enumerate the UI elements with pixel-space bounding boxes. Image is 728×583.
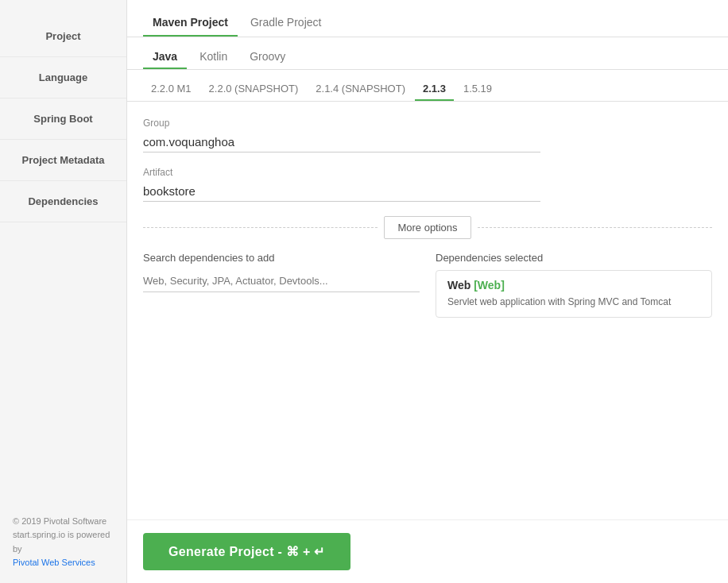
more-options-row: More options bbox=[143, 216, 712, 239]
deps-selected-column: Dependencies selected Web [Web] Servlet … bbox=[436, 252, 712, 318]
main-content: Maven Project Gradle Project Java Kotlin… bbox=[127, 0, 728, 583]
dep-card-web: Web [Web] Servlet web application with S… bbox=[436, 270, 712, 318]
tab-214snapshot[interactable]: 2.1.4 (SNAPSHOT) bbox=[308, 78, 413, 101]
tab-groovy[interactable]: Groovy bbox=[240, 45, 295, 69]
generate-bar: Generate Project - ⌘ + ↵ bbox=[127, 519, 728, 583]
language-tab-group: Java Kotlin Groovy bbox=[127, 37, 728, 70]
sidebar: Project Language Spring Boot Project Met… bbox=[0, 0, 127, 583]
deps-search-column: Search dependencies to add bbox=[143, 252, 420, 318]
sidebar-item-dependencies[interactable]: Dependencies bbox=[0, 181, 126, 222]
tab-213[interactable]: 2.1.3 bbox=[415, 78, 454, 101]
group-label: Group bbox=[143, 118, 712, 129]
generate-project-button[interactable]: Generate Project - ⌘ + ↵ bbox=[143, 533, 350, 570]
more-options-line-right bbox=[478, 227, 712, 228]
tab-220m1[interactable]: 2.2.0 M1 bbox=[143, 78, 199, 101]
tab-kotlin[interactable]: Kotlin bbox=[190, 45, 237, 69]
tab-java[interactable]: Java bbox=[143, 45, 187, 69]
group-field-container: Group bbox=[143, 118, 712, 153]
deps-selected-label: Dependencies selected bbox=[436, 252, 712, 264]
deps-search-label: Search dependencies to add bbox=[143, 252, 420, 264]
dep-card-title: Web [Web] bbox=[447, 279, 700, 292]
artifact-field-container: Artifact bbox=[143, 167, 712, 202]
dependencies-section: Search dependencies to add Dependencies … bbox=[143, 252, 712, 318]
tab-gradle[interactable]: Gradle Project bbox=[241, 10, 331, 37]
dep-card-description: Servlet web application with Spring MVC … bbox=[447, 295, 700, 309]
project-tab-group: Maven Project Gradle Project bbox=[127, 0, 728, 37]
sidebar-item-spring-boot[interactable]: Spring Boot bbox=[0, 98, 126, 140]
sidebar-item-project-metadata[interactable]: Project Metadata bbox=[0, 140, 126, 181]
version-tab-group: 2.2.0 M1 2.2.0 (SNAPSHOT) 2.1.4 (SNAPSHO… bbox=[127, 70, 728, 102]
deps-search-input[interactable] bbox=[143, 270, 420, 292]
group-input[interactable] bbox=[143, 132, 540, 153]
sidebar-item-project[interactable]: Project bbox=[0, 16, 126, 57]
tab-maven[interactable]: Maven Project bbox=[143, 10, 238, 37]
tab-220snapshot[interactable]: 2.2.0 (SNAPSHOT) bbox=[201, 78, 307, 101]
more-options-line-left bbox=[143, 227, 378, 228]
pivotal-web-services-link[interactable]: Pivotal Web Services bbox=[13, 558, 95, 567]
sidebar-item-language[interactable]: Language bbox=[0, 57, 126, 98]
form-area: Group Artifact More options Search depen… bbox=[127, 102, 728, 519]
more-options-button[interactable]: More options bbox=[384, 216, 470, 239]
artifact-input[interactable] bbox=[143, 181, 540, 202]
artifact-label: Artifact bbox=[143, 167, 712, 178]
tab-1519[interactable]: 1.5.19 bbox=[455, 78, 500, 101]
sidebar-footer: © 2019 Pivotal Software start.spring.io … bbox=[0, 502, 126, 583]
